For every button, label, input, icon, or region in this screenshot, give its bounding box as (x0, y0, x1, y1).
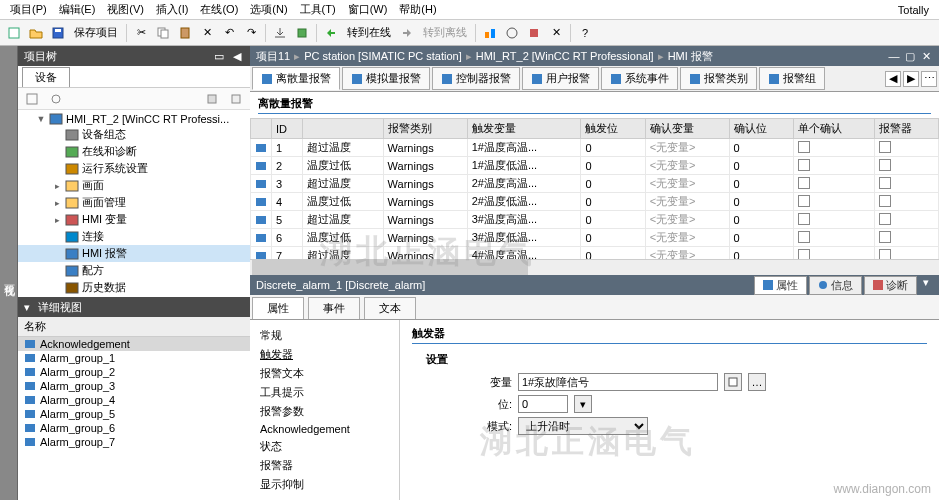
menu-window[interactable]: 窗口(W) (342, 2, 394, 17)
window-max-icon[interactable]: ▢ (903, 49, 917, 63)
tab-more-icon[interactable]: ⋯ (921, 71, 937, 87)
menu-online[interactable]: 在线(O) (194, 2, 244, 17)
prop-collapse-icon[interactable]: ▾ (919, 276, 933, 295)
prop-nav-item[interactable]: 触发器 (254, 345, 395, 364)
menu-project[interactable]: 项目(P) (4, 2, 53, 17)
tab-controller-alarms[interactable]: 控制器报警 (432, 67, 520, 90)
tree-item[interactable]: 配方 (18, 262, 250, 279)
tab-alarm-classes[interactable]: 报警类别 (680, 67, 757, 90)
save-icon[interactable] (48, 23, 68, 43)
side-tab-visualization[interactable]: 可视化 (0, 46, 18, 500)
copy-icon[interactable] (153, 23, 173, 43)
grid-header[interactable]: 触发变量 (467, 119, 581, 139)
cut-icon[interactable]: ✂ (131, 23, 151, 43)
var-more-icon[interactable]: … (748, 373, 766, 391)
detail-row[interactable]: Alarm_group_7 (18, 435, 250, 449)
prop-nav[interactable]: 常规触发器报警文本工具提示报警参数Acknowledgement状态报警器显示抑… (250, 320, 400, 500)
tree-item[interactable]: 连接 (18, 228, 250, 245)
menu-view[interactable]: 视图(V) (101, 2, 150, 17)
table-row[interactable]: 4温度过低Warnings2#温度低温...0<无变量>0 (251, 193, 939, 211)
tree-item[interactable]: 历史数据 (18, 279, 250, 296)
grid-header[interactable]: ID (272, 119, 303, 139)
grid-header[interactable]: 确认位 (729, 119, 793, 139)
redo-icon[interactable]: ↷ (241, 23, 261, 43)
new-project-icon[interactable] (4, 23, 24, 43)
tab-system-events[interactable]: 系统事件 (601, 67, 678, 90)
table-row[interactable]: 7超过温度Warnings4#温度高温...0<无变量>0 (251, 247, 939, 260)
detail-row[interactable]: Alarm_group_3 (18, 379, 250, 393)
detail-view-grid[interactable]: 名称 AcknowledgementAlarm_group_1Alarm_gro… (18, 317, 250, 500)
bit-input[interactable] (518, 395, 568, 413)
window-close-icon[interactable]: ✕ (919, 49, 933, 63)
table-row[interactable]: 6温度过低Warnings3#温度低温...0<无变量>0 (251, 229, 939, 247)
window-min-icon[interactable]: — (887, 49, 901, 63)
grid-header[interactable] (251, 119, 272, 139)
go-offline-icon[interactable] (397, 23, 417, 43)
prop-nav-item[interactable]: 显示抑制 (254, 475, 395, 494)
menu-tools[interactable]: 工具(T) (294, 2, 342, 17)
crumb-1[interactable]: PC station [SIMATIC PC station] (304, 50, 462, 62)
detail-row[interactable]: Alarm_group_5 (18, 407, 250, 421)
detail-row[interactable]: Alarm_group_1 (18, 351, 250, 365)
detail-row[interactable]: Acknowledgement (18, 337, 250, 351)
grid-header[interactable]: 报警器 (874, 119, 938, 139)
prop-nav-item[interactable]: 工具提示 (254, 383, 395, 402)
prop-nav-item[interactable]: 状态 (254, 437, 395, 456)
mode-select[interactable]: 上升沿时 (518, 417, 648, 435)
tree-item[interactable]: 运行系统设置 (18, 160, 250, 177)
alarm-grid[interactable]: ID报警类别触发变量触发位确认变量确认位单个确认报警器1超过温度Warnings… (250, 118, 939, 259)
menu-help[interactable]: 帮助(H) (393, 2, 442, 17)
go-online-label[interactable]: 转到在线 (343, 25, 395, 40)
download-icon[interactable] (270, 23, 290, 43)
project-tree[interactable]: ▼HMI_RT_2 [WinCC RT Professi...设备组态在线和诊断… (18, 110, 250, 297)
tree-item[interactable]: ▸画面 (18, 177, 250, 194)
devices-tab[interactable]: 设备 (22, 67, 70, 87)
pt-texts[interactable]: 文本 (364, 297, 416, 319)
prop-nav-item[interactable]: 报警器 (254, 456, 395, 475)
grid-hscroll[interactable] (250, 259, 939, 275)
tree-btn4-icon[interactable] (226, 89, 246, 109)
pt-properties[interactable]: 属性 (252, 297, 304, 319)
tab-next-icon[interactable]: ▶ (903, 71, 919, 87)
table-row[interactable]: 5超过温度Warnings3#温度高温...0<无变量>0 (251, 211, 939, 229)
open-icon[interactable] (26, 23, 46, 43)
detail-row[interactable]: Alarm_group_2 (18, 365, 250, 379)
ptab-properties[interactable]: 属性 (754, 276, 807, 295)
menu-insert[interactable]: 插入(I) (150, 2, 194, 17)
tree-btn2-icon[interactable] (46, 89, 66, 109)
collapse-icon[interactable]: ▭ (212, 49, 226, 63)
var-input[interactable] (518, 373, 718, 391)
tab-prev-icon[interactable]: ◀ (885, 71, 901, 87)
tree-btn3-icon[interactable] (202, 89, 222, 109)
tab-discrete-alarms[interactable]: 离散量报警 (252, 67, 340, 90)
prop-nav-item[interactable]: 报警文本 (254, 364, 395, 383)
prop-nav-item[interactable]: 常规 (254, 326, 395, 345)
tree-item[interactable]: HMI 报警 (18, 245, 250, 262)
crumb-2[interactable]: HMI_RT_2 [WinCC RT Professional] (476, 50, 654, 62)
detail-row[interactable]: Alarm_group_4 (18, 393, 250, 407)
bit-spinner-icon[interactable]: ▾ (574, 395, 592, 413)
compile-icon[interactable] (292, 23, 312, 43)
tool3-icon[interactable] (524, 23, 544, 43)
crumb-3[interactable]: HMI 报警 (668, 49, 713, 64)
var-browse-icon[interactable] (724, 373, 742, 391)
grid-header[interactable]: 单个确认 (793, 119, 874, 139)
pin-icon[interactable]: ◀ (230, 49, 244, 63)
help-icon[interactable]: ? (575, 23, 595, 43)
table-row[interactable]: 1超过温度Warnings1#温度高温...0<无变量>0 (251, 139, 939, 157)
grid-header[interactable] (302, 119, 383, 139)
tree-btn1-icon[interactable] (22, 89, 42, 109)
tree-item[interactable]: 在线和诊断 (18, 143, 250, 160)
undo-icon[interactable]: ↶ (219, 23, 239, 43)
paste-icon[interactable] (175, 23, 195, 43)
ptab-diagnostics[interactable]: 诊断 (864, 276, 917, 295)
detail-row[interactable]: Alarm_group_6 (18, 421, 250, 435)
table-row[interactable]: 3超过温度Warnings2#温度高温...0<无变量>0 (251, 175, 939, 193)
save-label[interactable]: 保存项目 (70, 25, 122, 40)
prop-nav-item[interactable]: Acknowledgement (254, 421, 395, 437)
pt-events[interactable]: 事件 (308, 297, 360, 319)
close-all-icon[interactable]: ✕ (546, 23, 566, 43)
table-row[interactable]: 2温度过低Warnings1#温度低温...0<无变量>0 (251, 157, 939, 175)
tool1-icon[interactable] (480, 23, 500, 43)
grid-header[interactable]: 触发位 (581, 119, 645, 139)
